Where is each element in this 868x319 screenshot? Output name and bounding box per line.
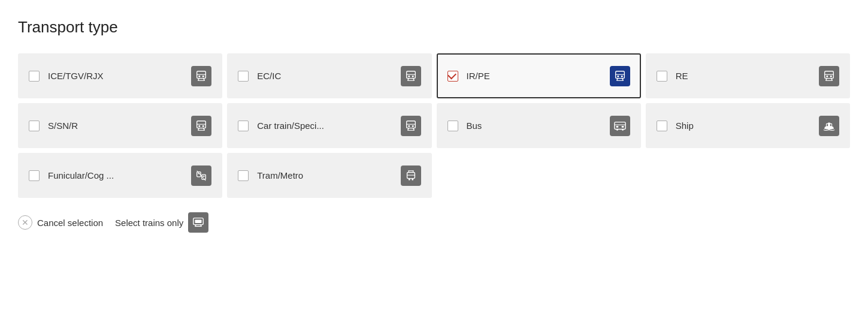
icon-ice xyxy=(191,66,211,86)
label-ecic: EC/IC xyxy=(257,71,281,81)
svg-rect-3 xyxy=(202,76,204,77)
svg-point-44 xyxy=(616,129,618,131)
page-title: Transport type xyxy=(18,18,850,37)
checkbox-ecic[interactable] xyxy=(238,71,249,82)
empty-cell-2-2 xyxy=(437,153,641,198)
icon-ship xyxy=(819,116,839,136)
transport-cell-funicular[interactable]: Funicular/Cog ... xyxy=(18,153,222,198)
cancel-selection-button[interactable]: ✕ Cancel selection xyxy=(18,215,103,230)
label-ssn: S/SN/R xyxy=(48,121,78,131)
svg-rect-17 xyxy=(621,76,623,77)
svg-rect-37 xyxy=(408,125,410,127)
cancel-selection-label: Cancel selection xyxy=(37,218,103,228)
checkbox-funicular[interactable] xyxy=(29,170,40,181)
bottom-bar: ✕ Cancel selection Select trains only xyxy=(18,212,850,233)
svg-point-58 xyxy=(412,179,413,180)
cancel-icon: ✕ xyxy=(18,215,32,230)
svg-rect-38 xyxy=(412,125,413,127)
icon-irpe xyxy=(610,66,630,86)
select-trains-label: Select trains only xyxy=(115,218,183,228)
svg-rect-42 xyxy=(615,122,625,129)
transport-cell-tram[interactable]: Tram/Metro xyxy=(227,153,431,198)
checkbox-re[interactable] xyxy=(657,71,667,82)
transport-cell-ship[interactable]: Ship xyxy=(646,103,850,148)
icon-ecic xyxy=(401,66,421,86)
transport-row-2: Funicular/Cog ... Tram/Metro xyxy=(18,153,850,198)
icon-re xyxy=(819,66,839,86)
transport-row-1: S/SN/R Car train/Speci... Bus xyxy=(18,103,850,148)
icon-tram xyxy=(401,165,421,186)
transport-cell-cartrain[interactable]: Car train/Speci... xyxy=(227,103,431,148)
transport-cell-re[interactable]: RE xyxy=(646,53,850,98)
checkbox-tram[interactable] xyxy=(238,170,249,181)
svg-rect-63 xyxy=(195,219,202,223)
label-irpe: IR/PE xyxy=(467,71,490,81)
label-bus: Bus xyxy=(467,121,482,131)
label-tram: Tram/Metro xyxy=(257,170,303,180)
icon-cartrain xyxy=(401,116,421,136)
checkbox-bus[interactable] xyxy=(447,121,458,131)
transport-cell-bus[interactable]: Bus xyxy=(437,103,641,148)
svg-rect-46 xyxy=(616,126,618,128)
label-ice: ICE/TGV/RJX xyxy=(48,71,104,81)
empty-cell-2-3 xyxy=(646,153,850,198)
icon-bus xyxy=(610,116,630,136)
label-cartrain: Car train/Speci... xyxy=(257,121,324,131)
checkbox-ship[interactable] xyxy=(657,121,667,131)
checkbox-ice[interactable] xyxy=(29,71,40,82)
svg-rect-30 xyxy=(199,125,201,127)
transport-cell-ecic[interactable]: EC/IC xyxy=(227,53,431,98)
label-ship: Ship xyxy=(676,121,694,131)
icon-funicular xyxy=(191,165,211,186)
select-trains-icon xyxy=(188,212,208,233)
svg-point-45 xyxy=(622,129,624,131)
svg-rect-48 xyxy=(828,122,830,126)
label-re: RE xyxy=(676,71,688,81)
icon-ssn xyxy=(191,116,211,136)
svg-rect-54 xyxy=(203,176,205,177)
transport-grid: ICE/TGV/RJX EC/IC IR/PE xyxy=(18,53,850,198)
svg-rect-53 xyxy=(198,173,200,174)
checkbox-irpe[interactable] xyxy=(447,71,458,82)
svg-rect-9 xyxy=(408,76,410,77)
transport-cell-irpe[interactable]: IR/PE xyxy=(437,53,641,98)
checkbox-ssn[interactable] xyxy=(29,121,40,131)
transport-row-0: ICE/TGV/RJX EC/IC IR/PE xyxy=(18,53,850,98)
checkbox-cartrain[interactable] xyxy=(238,121,249,131)
label-funicular: Funicular/Cog ... xyxy=(48,170,114,180)
svg-rect-31 xyxy=(202,125,204,127)
svg-rect-2 xyxy=(199,76,201,77)
transport-cell-ice[interactable]: ICE/TGV/RJX xyxy=(18,53,222,98)
svg-rect-16 xyxy=(617,76,619,77)
svg-rect-10 xyxy=(412,76,413,77)
transport-cell-ssn[interactable]: S/SN/R xyxy=(18,103,222,148)
svg-rect-23 xyxy=(826,76,828,77)
svg-rect-47 xyxy=(622,126,624,128)
svg-rect-24 xyxy=(830,76,832,77)
svg-point-57 xyxy=(408,179,410,180)
select-trains-button[interactable]: Select trains only xyxy=(115,212,208,233)
